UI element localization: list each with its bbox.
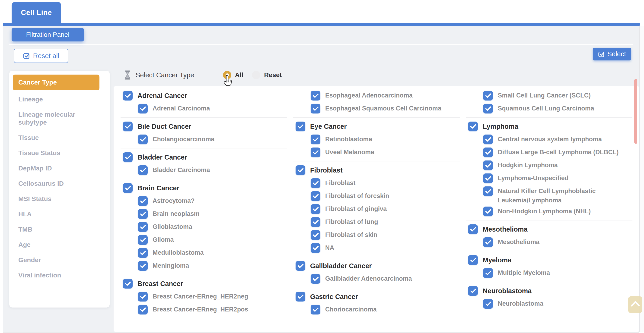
reset-all-button[interactable]: Reset all: [14, 49, 68, 63]
cancer-group-row-brain-cancer[interactable]: Brain Cancer: [120, 182, 287, 195]
checkbox-checked[interactable]: [123, 152, 132, 162]
checkbox-checked[interactable]: [138, 222, 148, 232]
checkbox-checked[interactable]: [311, 91, 320, 100]
cancer-subtype-row-mesothelioma[interactable]: Mesothelioma: [466, 236, 632, 249]
checkbox-checked[interactable]: [138, 235, 148, 245]
cancer-subtype-row-breast-cancer-erneg-her2pos[interactable]: Breast Cancer-ERneg_HER2pos: [120, 303, 287, 316]
sidebar-item-cellosaurus-id[interactable]: Cellosaurus ID: [13, 176, 100, 191]
cancer-subtype-row-uveal-melanoma[interactable]: Uveal Melanoma: [293, 146, 460, 159]
cancer-group-row-breast-cancer[interactable]: Breast Cancer: [120, 277, 287, 290]
checkbox-checked[interactable]: [138, 209, 148, 219]
checkbox-checked[interactable]: [138, 261, 148, 271]
checkbox-checked[interactable]: [138, 104, 148, 113]
checkbox-checked[interactable]: [468, 286, 478, 296]
sidebar-item-gender[interactable]: Gender: [13, 252, 100, 268]
cancer-subtype-row-choriocarcinoma[interactable]: Choriocarcinoma: [293, 303, 460, 316]
back-to-top-button[interactable]: [628, 296, 642, 313]
checkbox-checked[interactable]: [483, 91, 493, 100]
radio-reset[interactable]: Reset: [252, 71, 282, 79]
sidebar-item-tmb[interactable]: TMB: [13, 222, 100, 237]
checkbox-checked[interactable]: [123, 91, 132, 100]
cancer-subtype-row-fibroblast-of-gingiva[interactable]: Fibroblast of gingiva: [293, 203, 460, 216]
cancer-group-row-gastric-cancer[interactable]: Gastric Cancer: [293, 290, 460, 303]
sidebar-item-depmap-id[interactable]: DepMap ID: [13, 161, 100, 176]
cancer-group-row-lymphoma[interactable]: Lymphoma: [466, 120, 632, 133]
checkbox-checked[interactable]: [311, 204, 320, 214]
checkbox-checked[interactable]: [483, 147, 493, 157]
checkbox-checked[interactable]: [311, 305, 320, 315]
sidebar-item-lineage-molecular-subytype[interactable]: Lineage molecular subytype: [13, 107, 100, 130]
cancer-subtype-row-natural-killer-cell-lymphoblastic-leukemia-lymphoma[interactable]: Natural Killer Cell Lymphoblastic Leukem…: [466, 185, 632, 205]
cancer-subtype-row-glioma[interactable]: Glioma: [120, 233, 287, 246]
checkbox-checked[interactable]: [468, 255, 478, 265]
checkbox-checked[interactable]: [483, 268, 493, 278]
cancer-subtype-row-fibroblast-of-foreskin[interactable]: Fibroblast of foreskin: [293, 190, 460, 203]
checkbox-checked[interactable]: [311, 178, 320, 188]
checkbox-checked[interactable]: [311, 217, 320, 227]
checkbox-checked[interactable]: [123, 279, 132, 289]
checkbox-checked[interactable]: [296, 122, 305, 131]
checkbox-checked[interactable]: [123, 122, 132, 131]
window-scrollbar-track[interactable]: [639, 26, 644, 332]
cancer-group-row-fibroblast[interactable]: Fibroblast: [293, 164, 460, 177]
cancer-group-row-bile-duct-cancer[interactable]: Bile Duct Cancer: [120, 120, 287, 133]
cancer-subtype-row-squamous-cell-lung-carcinoma[interactable]: Squamous Cell Lung Carcinoma: [466, 102, 632, 115]
checkbox-checked[interactable]: [311, 230, 320, 240]
cancer-group-row-mesothelioma[interactable]: Mesothelioma: [466, 223, 632, 236]
radio-circle-all[interactable]: [223, 71, 231, 79]
checkbox-checked[interactable]: [483, 173, 493, 183]
cancer-subtype-row-fibroblast-of-skin[interactable]: Fibroblast of skin: [293, 229, 460, 242]
cancer-subtype-row-diffuse-large-b-cell-lymphoma-dlbcl[interactable]: Diffuse Large B-cell Lymphoma (DLBCL): [466, 146, 632, 159]
list-scrollbar-thumb[interactable]: [634, 79, 637, 144]
checkbox-checked[interactable]: [483, 160, 493, 170]
checkbox-checked[interactable]: [483, 135, 493, 144]
cancer-subtype-row-multiple-myeloma[interactable]: Multiple Myeloma: [466, 267, 632, 280]
cancer-group-row-adrenal-cancer[interactable]: Adrenal Cancer: [120, 89, 287, 102]
sidebar-item-cancer-type[interactable]: Cancer Type: [13, 74, 100, 90]
cancer-subtype-row-gallbladder-adenocarcinoma[interactable]: Gallbladder Adenocarcinoma: [293, 272, 460, 285]
checkbox-checked[interactable]: [296, 261, 305, 271]
checkbox-checked[interactable]: [311, 147, 320, 157]
sidebar-item-viral-infection[interactable]: Viral infection: [13, 268, 100, 283]
checkbox-checked[interactable]: [483, 186, 493, 196]
cancer-subtype-row-cholangiocarcinoma[interactable]: Cholangiocarcinoma: [120, 133, 287, 146]
sidebar-item-hla[interactable]: HLA: [13, 207, 100, 222]
checkbox-checked[interactable]: [138, 305, 148, 315]
filtration-panel-button[interactable]: Filtration Panel: [12, 28, 84, 41]
radio-circle-reset[interactable]: [252, 71, 260, 79]
sidebar-item-tissue-status[interactable]: Tissue Status: [13, 145, 100, 161]
sidebar-item-age[interactable]: Age: [13, 237, 100, 252]
tab-cell-line[interactable]: Cell Line: [12, 2, 61, 23]
checkbox-checked[interactable]: [311, 191, 320, 201]
checkbox-checked[interactable]: [468, 122, 478, 131]
cancer-subtype-row-meningioma[interactable]: Meningioma: [120, 259, 287, 272]
checkbox-checked[interactable]: [296, 292, 305, 302]
cancer-subtype-row-lymphoma-unspecified[interactable]: Lymphoma-Unspecified: [466, 172, 632, 185]
cancer-subtype-row-fibroblast-of-lung[interactable]: Fibroblast of lung: [293, 216, 460, 229]
checkbox-checked[interactable]: [138, 248, 148, 258]
cancer-subtype-row-bladder-carcinoma[interactable]: Bladder Carcinoma: [120, 164, 287, 177]
cancer-subtype-row-neuroblastoma[interactable]: Neuroblastoma: [466, 297, 632, 310]
sidebar-item-tissue[interactable]: Tissue: [13, 130, 100, 145]
cancer-group-row-myeloma[interactable]: Myeloma: [466, 254, 632, 267]
checkbox-checked[interactable]: [311, 243, 320, 253]
cancer-group-row-neuroblastoma[interactable]: Neuroblastoma: [466, 284, 632, 297]
checkbox-checked[interactable]: [138, 196, 148, 206]
cancer-subtype-row-hodgkin-lymphoma[interactable]: Hodgkin Lymphoma: [466, 159, 632, 172]
checkbox-checked[interactable]: [123, 183, 132, 193]
checkbox-checked[interactable]: [138, 292, 148, 302]
cancer-subtype-row-medulloblastoma[interactable]: Medulloblastoma: [120, 246, 287, 259]
cancer-subtype-row-brain-neoplasm[interactable]: Brain neoplasm: [120, 208, 287, 220]
checkbox-checked[interactable]: [296, 165, 305, 175]
checkbox-checked[interactable]: [483, 237, 493, 247]
cancer-subtype-row-central-nervous-system-lymphoma[interactable]: Central nervous system lymphoma: [466, 133, 632, 146]
sidebar-item-lineage[interactable]: Lineage: [13, 92, 100, 107]
checkbox-checked[interactable]: [138, 135, 148, 144]
sidebar-item-msi-status[interactable]: MSI Status: [13, 191, 100, 207]
cancer-subtype-row-retinoblastoma[interactable]: Retinoblastoma: [293, 133, 460, 146]
checkbox-checked[interactable]: [311, 104, 320, 113]
cancer-subtype-row-esophageal-squamous-cell-carcinoma[interactable]: Esophageal Squamous Cell Carcinoma: [293, 102, 460, 115]
checkbox-checked[interactable]: [483, 299, 493, 309]
cancer-subtype-row-glioblastoma[interactable]: Glioblastoma: [120, 220, 287, 233]
checkbox-checked[interactable]: [483, 207, 493, 216]
